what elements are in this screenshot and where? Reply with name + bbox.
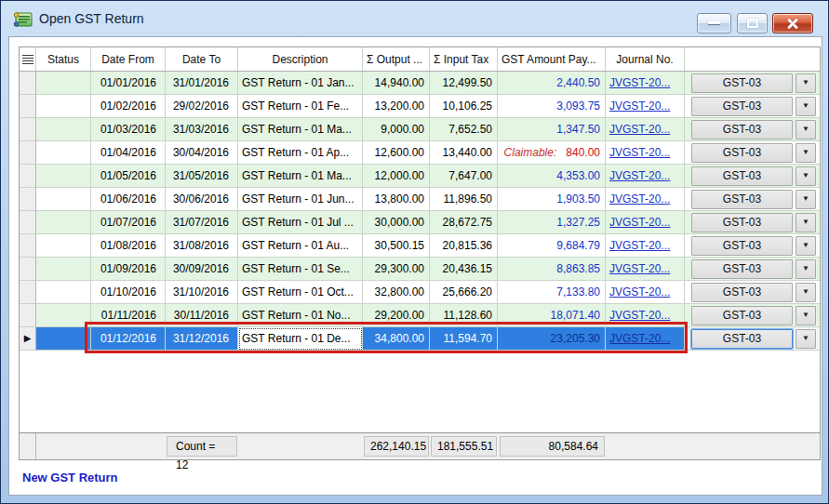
gst-amount-cell: 8,863.85: [498, 258, 606, 281]
minimize-button[interactable]: [697, 13, 731, 33]
description-cell-focused[interactable]: GST Return - 01 De...: [238, 327, 363, 351]
journal-link[interactable]: JVGST-20...: [609, 332, 670, 345]
tax-code-dropdown-button[interactable]: ▼: [796, 120, 816, 139]
row-indicator: [20, 211, 36, 234]
tax-code-dropdown-button[interactable]: ▼: [796, 329, 816, 349]
journal-link[interactable]: JVGST-20...: [609, 123, 670, 136]
gst-amount-cell: 9,684.79: [498, 234, 606, 258]
column-header-tax-code[interactable]: [685, 47, 820, 71]
journal-no-cell: JVGST-20...: [606, 304, 685, 327]
journal-link[interactable]: JVGST-20...: [609, 169, 670, 182]
input-tax-cell: 7,652.50: [430, 118, 498, 141]
column-header-date-from[interactable]: Date From: [91, 47, 166, 71]
column-header-gst-amount[interactable]: GST Amount Pay...: [498, 47, 606, 71]
row-indicator: [20, 165, 36, 188]
gst-amount-cell: 1,327.25: [498, 211, 606, 234]
tax-code-button[interactable]: GST-03: [691, 143, 793, 163]
table-row[interactable]: 01/03/2016 31/03/2016 GST Return - 01 Ma…: [20, 118, 820, 141]
input-tax-cell: 10,106.25: [430, 95, 498, 118]
tax-code-button[interactable]: GST-03: [691, 190, 793, 209]
column-header-selector[interactable]: [20, 47, 36, 71]
tax-code-dropdown-button[interactable]: ▼: [796, 97, 816, 116]
maximize-icon: [747, 19, 758, 28]
journal-link[interactable]: JVGST-20...: [609, 239, 670, 252]
titlebar[interactable]: Open GST Return: [2, 2, 827, 36]
journal-no-cell: JVGST-20...: [606, 281, 685, 304]
journal-link[interactable]: JVGST-20...: [609, 216, 670, 229]
status-cell: [36, 211, 91, 234]
journal-link[interactable]: JVGST-20...: [609, 309, 670, 322]
input-tax-cell: 11,896.50: [430, 188, 498, 211]
journal-link[interactable]: JVGST-20...: [609, 262, 670, 275]
table-row[interactable]: 01/02/2016 29/02/2016 GST Return - 01 Fe…: [20, 95, 820, 118]
chevron-down-icon: ▼: [802, 79, 809, 86]
tax-code-button[interactable]: GST-03: [691, 329, 793, 349]
list-icon: [22, 55, 33, 64]
table-row[interactable]: 01/06/2016 30/06/2016 GST Return - 01 Ju…: [20, 188, 820, 211]
table-row[interactable]: 01/09/2016 30/09/2016 GST Return - 01 Se…: [20, 258, 820, 281]
column-header-output-tax[interactable]: Σ Output ...: [363, 47, 430, 71]
output-tax-cell: 14,940.00: [363, 72, 430, 95]
new-gst-return-link[interactable]: New GST Return: [22, 471, 118, 484]
output-tax-cell: 32,800.00: [363, 281, 430, 304]
tax-code-dropdown-button[interactable]: ▼: [796, 73, 816, 93]
journal-link[interactable]: JVGST-20...: [609, 192, 670, 206]
claimable-label: Claimable:: [504, 146, 557, 159]
journal-link[interactable]: JVGST-20...: [609, 76, 670, 89]
journal-no-cell: JVGST-20...: [606, 234, 685, 258]
output-tax-cell: 9,000.00: [363, 118, 430, 141]
table-row[interactable]: 01/08/2016 31/08/2016 GST Return - 01 Au…: [20, 234, 820, 258]
column-header-journal-no[interactable]: Journal No.: [606, 47, 685, 71]
gst-amount-cell: 3,093.75: [498, 95, 606, 118]
tax-code-button[interactable]: GST-03: [691, 213, 793, 232]
chevron-down-icon: ▼: [802, 288, 809, 296]
column-header-date-to[interactable]: Date To: [166, 47, 238, 71]
tax-code-dropdown-button[interactable]: ▼: [796, 306, 816, 325]
journal-link[interactable]: JVGST-20...: [609, 285, 670, 298]
tax-code-dropdown-button[interactable]: ▼: [796, 213, 816, 232]
close-button[interactable]: [772, 13, 813, 33]
output-tax-cell: 29,200.00: [363, 304, 430, 327]
table-row[interactable]: 01/01/2016 31/01/2016 GST Return - 01 Ja…: [20, 72, 820, 95]
table-row[interactable]: 01/04/2016 30/04/2016 GST Return - 01 Ap…: [20, 141, 820, 165]
table-row[interactable]: 01/07/2016 31/07/2016 GST Return - 01 Ju…: [20, 211, 820, 234]
tax-code-button[interactable]: GST-03: [691, 306, 793, 325]
gst-amount-cell: 1,903.50: [498, 188, 606, 211]
tax-code-button[interactable]: GST-03: [691, 120, 793, 139]
row-indicator: [20, 118, 36, 141]
column-header-description[interactable]: Description: [238, 47, 363, 71]
tax-code-button[interactable]: GST-03: [691, 166, 793, 186]
tax-code-dropdown-button[interactable]: ▼: [796, 283, 816, 302]
tax-code-dropdown-button[interactable]: ▼: [796, 236, 816, 256]
journal-link[interactable]: JVGST-20...: [609, 99, 670, 113]
tax-code-dropdown-button[interactable]: ▼: [796, 259, 816, 279]
journal-link[interactable]: JVGST-20...: [609, 146, 670, 159]
table-row[interactable]: 01/05/2016 31/05/2016 GST Return - 01 Ma…: [20, 165, 820, 188]
tax-code-dropdown-button[interactable]: ▼: [796, 190, 816, 209]
table-row[interactable]: 01/10/2016 31/10/2016 GST Return - 01 Oc…: [20, 281, 820, 304]
maximize-button[interactable]: [737, 13, 768, 33]
row-indicator: ▶: [20, 327, 36, 351]
date-from-cell: 01/02/2016: [91, 95, 166, 118]
tax-code-button[interactable]: GST-03: [691, 236, 793, 256]
description-cell: GST Return - 01 No...: [238, 304, 363, 327]
input-tax-cell: 11,128.60: [430, 304, 498, 327]
table-row-selected[interactable]: ▶ 01/12/2016 31/12/2016 GST Return - 01 …: [20, 327, 820, 351]
chevron-down-icon: ▼: [802, 242, 809, 249]
tax-code-cell: GST-03▼: [685, 188, 820, 211]
tax-code-cell: GST-03▼: [685, 327, 820, 351]
tax-code-button[interactable]: GST-03: [691, 97, 793, 116]
table-row[interactable]: 01/11/2016 30/11/2016 GST Return - 01 No…: [20, 304, 820, 327]
date-from-cell: 01/08/2016: [91, 234, 166, 258]
tax-code-button[interactable]: GST-03: [691, 73, 793, 93]
tax-code-button[interactable]: GST-03: [691, 259, 793, 279]
tax-code-button[interactable]: GST-03: [691, 283, 793, 302]
tax-code-cell: GST-03▼: [685, 95, 820, 118]
column-header-input-tax[interactable]: Σ Input Tax: [430, 47, 498, 71]
tax-code-dropdown-button[interactable]: ▼: [796, 143, 816, 163]
column-header-status[interactable]: Status: [36, 47, 91, 71]
date-to-cell: 31/01/2016: [166, 72, 238, 95]
tax-code-dropdown-button[interactable]: ▼: [796, 166, 816, 186]
description-cell: GST Return - 01 Ma...: [238, 118, 363, 141]
tax-code-cell: GST-03▼: [685, 211, 820, 234]
